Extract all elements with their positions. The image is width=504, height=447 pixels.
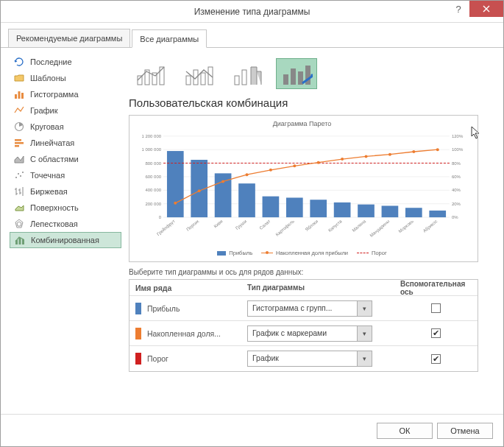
series-type-select[interactable]: График с маркерами ▾ [247,325,372,342]
svg-rect-53 [238,183,255,217]
svg-text:Персик: Персик [185,219,199,232]
svg-rect-20 [201,73,205,85]
svg-rect-58 [358,205,375,217]
svg-text:600 000: 600 000 [145,175,161,179]
svg-rect-25 [283,74,288,85]
series-type-select[interactable]: Гистограмма с групп... ▾ [247,300,372,317]
svg-text:Салат: Салат [259,219,271,230]
aux-axis-checkbox[interactable]: ✔ [431,354,441,364]
sidebar-item-bar[interactable]: Линейчатая [10,135,121,151]
tab-all-charts[interactable]: Все диаграммы [132,29,207,48]
sidebar-item-recent[interactable]: Последние [10,54,121,70]
svg-point-10 [22,172,24,173]
svg-text:Грейпфрут: Грейпфрут [156,219,176,236]
svg-text:0%: 0% [452,215,458,219]
sidebar-item-scatter[interactable]: Точечная [10,167,121,183]
close-button[interactable] [469,1,503,17]
recent-icon [14,57,24,67]
series-type-select[interactable]: График ▾ [247,351,372,367]
subtype-1[interactable] [130,58,171,89]
subtype-custom[interactable] [276,58,317,89]
radar-icon [14,219,24,229]
svg-text:1 000 000: 1 000 000 [141,147,161,152]
series-row: Накопленная доля... График с маркерами ▾… [129,321,478,346]
svg-text:Киви: Киви [213,219,224,228]
series-grid: Имя ряда Тип диаграммы Вспомогательная о… [129,279,478,372]
svg-rect-6 [15,145,19,147]
svg-rect-1 [18,91,21,99]
series-name: Прибыль [129,303,247,314]
svg-rect-4 [15,139,21,141]
svg-point-63 [174,202,177,205]
svg-point-7 [15,177,17,178]
svg-rect-22 [235,76,239,85]
svg-rect-2 [21,93,24,99]
svg-point-9 [20,175,21,177]
sidebar-item-templates[interactable]: Шаблоны [10,70,121,86]
svg-point-8 [18,173,19,175]
svg-rect-60 [405,208,422,217]
chevron-down-icon[interactable]: ▾ [357,301,372,316]
dialog-footer: ОК Отмена [1,414,503,446]
series-row: Порог График ▾ ✔ [129,346,478,371]
aux-axis-checkbox[interactable] [431,303,441,313]
svg-text:400 000: 400 000 [145,188,161,192]
sidebar-item-radar[interactable]: Лепестковая [10,216,121,232]
header-aux: Вспомогательная ось [394,280,478,296]
sidebar-item-column[interactable]: Гистограмма [10,86,121,102]
change-chart-type-dialog: Изменение типа диаграммы ? Рекомендуемые… [0,0,504,447]
cancel-button[interactable]: Отмена [437,423,493,439]
help-button[interactable]: ? [447,1,469,17]
stock-icon [14,186,24,197]
svg-rect-23 [242,70,246,85]
svg-text:40%: 40% [452,188,461,192]
chevron-down-icon[interactable]: ▾ [357,351,372,366]
svg-text:Яблоки: Яблоки [305,219,319,232]
bar-icon [14,138,24,148]
svg-text:1 200 000: 1 200 000 [141,134,161,138]
ok-button[interactable]: ОК [377,423,433,439]
sidebar-item-surface[interactable]: Поверхность [10,200,121,216]
svg-text:200 000: 200 000 [145,202,161,206]
header-type: Тип диаграммы [247,284,394,292]
sidebar-item-stock[interactable]: Биржевая [10,183,121,200]
chart-preview: Диаграмма Парето 0200 000400 000600 0008… [129,115,478,262]
svg-rect-13 [22,239,24,244]
line-icon [14,105,24,116]
sidebar-item-pie[interactable]: Круговая [10,119,121,135]
area-icon [14,154,24,164]
svg-text:60%: 60% [452,175,461,179]
chevron-down-icon[interactable]: ▾ [357,326,372,341]
sidebar-item-combo[interactable]: Комбинированная [10,232,121,248]
sidebar-item-line[interactable]: График [10,102,121,119]
svg-text:20%: 20% [452,202,461,206]
svg-rect-18 [186,76,191,85]
svg-rect-54 [263,197,280,217]
svg-text:Морковь: Морковь [398,219,414,233]
series-grid-label: Выберите тип диаграммы и ось для рядов д… [129,262,494,279]
svg-rect-50 [167,151,184,217]
series-name: Порог [129,353,247,365]
subtype-2[interactable] [179,58,220,89]
series-name: Накопленная доля... [129,328,247,339]
surface-icon [14,203,24,213]
svg-point-64 [198,189,201,192]
chart-category-sidebar: Последние Шаблоны Гистограмма График Кру… [10,54,121,414]
series-row: Прибыль Гистограмма с групп... ▾ [129,296,478,321]
svg-text:100%: 100% [452,147,464,152]
sidebar-item-area[interactable]: С областями [10,151,121,167]
svg-rect-12 [19,238,21,244]
subtype-3[interactable] [227,58,269,89]
tab-recommended[interactable]: Рекомендуемые диаграммы [8,29,130,47]
svg-rect-57 [334,203,351,217]
tab-strip: Рекомендуемые диаграммы Все диаграммы [1,23,503,48]
svg-text:Абрикос: Абрикос [422,219,439,233]
svg-rect-61 [429,211,446,217]
svg-point-71 [365,155,368,158]
column-icon [14,89,24,99]
subtype-row [129,54,494,95]
svg-point-65 [221,180,224,183]
svg-text:Малина: Малина [352,219,367,233]
series-swatch [135,328,141,339]
aux-axis-checkbox[interactable]: ✔ [431,328,441,338]
